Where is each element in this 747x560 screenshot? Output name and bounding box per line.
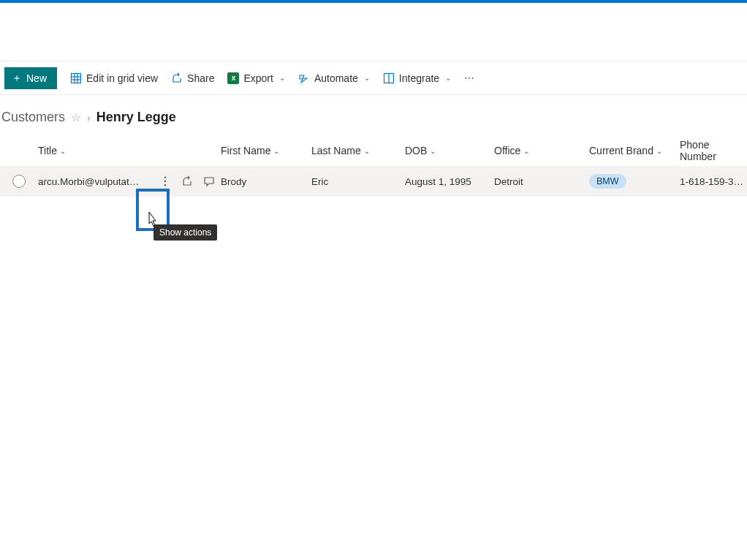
automate-button[interactable]: Automate ⌄ — [298, 72, 370, 84]
chevron-down-icon: ⌄ — [364, 147, 370, 155]
chevron-down-icon: ⌄ — [273, 147, 279, 155]
column-header-first-name[interactable]: First Name ⌄ — [221, 145, 311, 156]
brand-pill[interactable]: BMW — [589, 174, 626, 189]
column-header-label: DOB — [405, 145, 427, 156]
cell-dob: August 1, 1995 — [405, 176, 494, 187]
svg-rect-0 — [72, 73, 81, 83]
column-header-phone-number[interactable]: Phone Number — [680, 139, 747, 162]
table-row[interactable]: arcu.Morbi@vulputatedui... Brody Eric Au… — [0, 166, 747, 197]
export-label: Export — [243, 72, 273, 84]
command-bar: ＋ New Edit in grid view Share x Export ⌄… — [0, 61, 747, 95]
column-header-current-brand[interactable]: Current Brand ⌄ — [589, 145, 680, 156]
column-header-title[interactable]: Title ⌄ — [38, 145, 221, 156]
cell-office: Detroit — [494, 176, 589, 187]
plus-icon: ＋ — [12, 72, 22, 85]
edit-in-grid-view-button[interactable]: Edit in grid view — [70, 72, 158, 84]
grid-icon — [70, 72, 82, 84]
automate-icon — [298, 72, 310, 84]
svg-point-7 — [164, 177, 166, 178]
breadcrumb: Customers ☆ › Henry Legge — [0, 95, 747, 135]
row-select-radio[interactable] — [12, 175, 26, 188]
new-button-label: New — [26, 72, 47, 84]
integrate-icon — [383, 72, 395, 84]
column-header-office[interactable]: Office ⌄ — [494, 145, 589, 156]
column-header-label: Current Brand — [589, 145, 653, 156]
row-comment-icon[interactable] — [203, 175, 215, 187]
svg-point-8 — [164, 181, 166, 182]
svg-point-9 — [164, 184, 166, 186]
breadcrumb-separator: › — [87, 112, 91, 124]
column-header-label: First Name — [221, 145, 270, 156]
column-header-label: Office — [494, 145, 520, 156]
excel-icon: x — [227, 72, 239, 84]
tooltip: Show actions — [153, 224, 217, 241]
export-button[interactable]: x Export ⌄ — [227, 72, 284, 84]
chevron-down-icon: ⌄ — [60, 147, 66, 155]
automate-label: Automate — [314, 72, 358, 84]
header-region — [0, 3, 747, 61]
integrate-label: Integrate — [399, 72, 439, 84]
edit-in-grid-view-label: Edit in grid view — [86, 72, 158, 84]
chevron-down-icon: ⌄ — [364, 74, 370, 82]
column-header-dob[interactable]: DOB ⌄ — [405, 145, 494, 156]
table-header-row: Title ⌄ First Name ⌄ Last Name ⌄ DOB ⌄ O… — [0, 135, 747, 166]
star-icon[interactable]: ☆ — [71, 110, 81, 124]
row-share-icon[interactable] — [181, 175, 193, 187]
column-header-label: Phone Number — [680, 139, 747, 162]
breadcrumb-current: Henry Legge — [96, 110, 176, 125]
share-button[interactable]: Share — [171, 72, 214, 84]
share-icon — [171, 72, 183, 84]
column-header-label: Last Name — [311, 145, 361, 156]
more-actions-button[interactable]: ⋯ — [464, 72, 474, 84]
row-show-actions-button[interactable] — [159, 175, 171, 187]
cell-first-name: Brody — [221, 176, 311, 187]
chevron-down-icon: ⌄ — [523, 147, 529, 155]
cell-last-name: Eric — [311, 176, 405, 187]
column-header-label: Title — [38, 145, 57, 156]
list-view: Title ⌄ First Name ⌄ Last Name ⌄ DOB ⌄ O… — [0, 135, 747, 197]
chevron-down-icon: ⌄ — [445, 74, 451, 82]
breadcrumb-parent[interactable]: Customers — [1, 110, 65, 125]
integrate-button[interactable]: Integrate ⌄ — [383, 72, 451, 84]
cell-title[interactable]: arcu.Morbi@vulputatedui... — [38, 176, 140, 187]
column-header-last-name[interactable]: Last Name ⌄ — [311, 145, 405, 156]
share-label: Share — [187, 72, 214, 84]
cell-phone-number: 1-618-159-3521 — [680, 176, 747, 187]
ellipsis-icon: ⋯ — [464, 72, 474, 84]
chevron-down-icon: ⌄ — [430, 147, 436, 155]
cell-current-brand: BMW — [589, 174, 680, 189]
chevron-down-icon: ⌄ — [279, 74, 285, 82]
chevron-down-icon: ⌄ — [656, 147, 662, 155]
new-button[interactable]: ＋ New — [4, 67, 57, 89]
